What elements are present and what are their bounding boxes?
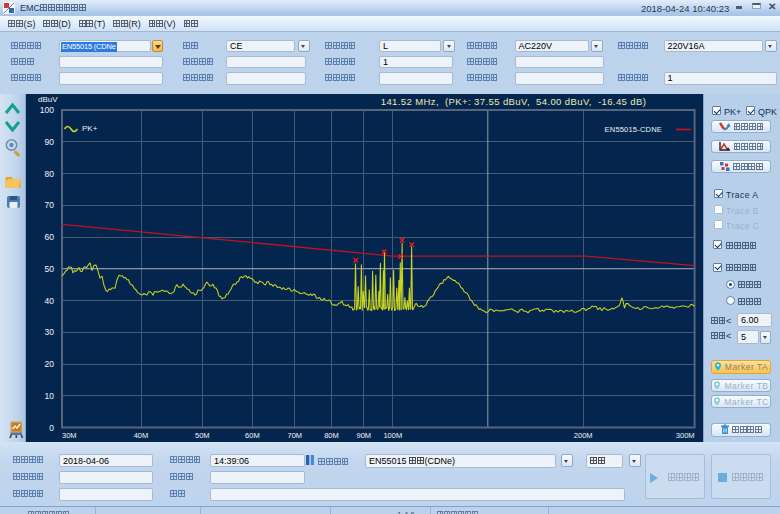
svg-text:30: 30 [45, 327, 55, 337]
svg-text:90: 90 [45, 137, 55, 147]
svg-text:80M: 80M [324, 431, 339, 440]
svg-text:30M: 30M [62, 431, 77, 440]
svg-text:200M: 200M [574, 431, 593, 440]
svg-text:70M: 70M [288, 431, 303, 440]
svg-text:50: 50 [45, 264, 55, 274]
svg-text:EN55015-CDNE: EN55015-CDNE [605, 125, 662, 134]
svg-text:20: 20 [45, 359, 55, 369]
svg-text:40M: 40M [134, 431, 149, 440]
svg-text:60M: 60M [245, 431, 260, 440]
svg-text:10: 10 [45, 391, 55, 401]
svg-text:50M: 50M [195, 431, 210, 440]
svg-text:80: 80 [45, 169, 55, 179]
svg-text:100: 100 [40, 105, 54, 115]
svg-text:dBuV: dBuV [38, 95, 58, 104]
svg-text:100M: 100M [383, 431, 402, 440]
svg-text:0: 0 [49, 423, 54, 433]
svg-text:141.52 MHz, (PK+: 37.55 dBuV,: 141.52 MHz, (PK+: 37.55 dBuV, 54.00 dBuV… [381, 96, 647, 107]
svg-text:90M: 90M [357, 431, 372, 440]
svg-text:70: 70 [45, 200, 55, 210]
svg-text:300M: 300M [676, 431, 695, 440]
svg-text:PK+: PK+ [82, 124, 98, 133]
svg-text:40: 40 [45, 296, 55, 306]
svg-text:60: 60 [45, 232, 55, 242]
